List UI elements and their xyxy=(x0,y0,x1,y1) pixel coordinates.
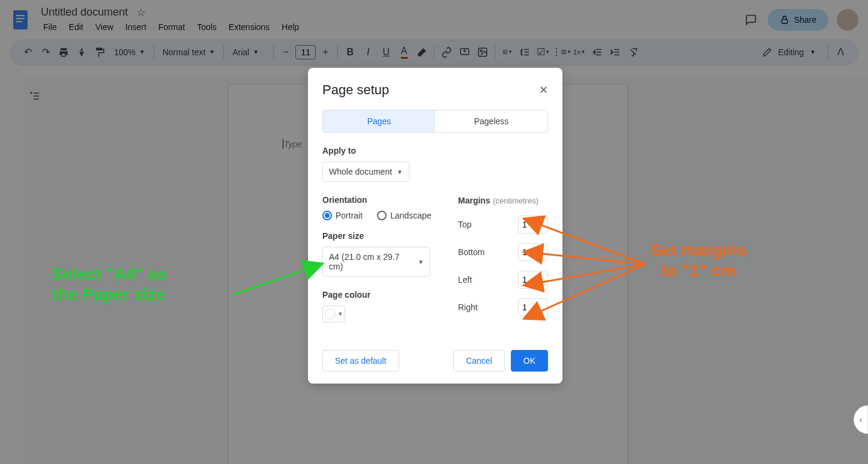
cancel-button[interactable]: Cancel xyxy=(453,350,505,372)
margin-left-label: Left xyxy=(458,275,472,285)
margin-left-input[interactable] xyxy=(518,271,548,289)
margins-label: Margins xyxy=(458,196,490,205)
page-setup-dialog: Page setup ✕ Pages Pageless Apply to Who… xyxy=(308,68,562,384)
orientation-label: Orientation xyxy=(322,195,434,205)
apply-to-select[interactable]: Whole document▼ xyxy=(322,161,409,182)
margin-top-label: Top xyxy=(458,220,472,229)
margin-bottom-label: Bottom xyxy=(458,247,484,257)
margins-unit: (centimetres) xyxy=(493,196,538,205)
tab-pageless[interactable]: Pageless xyxy=(435,110,547,132)
ok-button[interactable]: OK xyxy=(511,350,548,372)
margin-right-label: Right xyxy=(458,303,478,312)
set-default-button[interactable]: Set as default xyxy=(322,350,399,372)
annotation-margins: Set margins to "1" cm xyxy=(650,240,746,280)
page-colour-label: Page colour xyxy=(322,290,434,300)
page-colour-select[interactable]: ▼ xyxy=(322,306,345,322)
dialog-title: Page setup xyxy=(322,82,389,98)
paper-size-label: Paper size xyxy=(322,231,434,241)
close-icon[interactable]: ✕ xyxy=(539,83,548,97)
margin-right-input[interactable] xyxy=(518,298,548,316)
tab-pages[interactable]: Pages xyxy=(323,110,435,132)
margin-top-input[interactable] xyxy=(518,215,548,234)
apply-to-label: Apply to xyxy=(322,146,548,155)
paper-size-select[interactable]: A4 (21.0 cm x 29.7 cm)▼ xyxy=(322,247,430,277)
dialog-tabs: Pages Pageless xyxy=(322,110,548,133)
radio-landscape[interactable]: Landscape xyxy=(377,211,432,220)
margin-bottom-input[interactable] xyxy=(518,243,548,261)
radio-portrait[interactable]: Portrait xyxy=(322,211,363,220)
annotation-paper-size: Select "A4" as the Paper size xyxy=(52,264,167,304)
colour-swatch-icon xyxy=(325,309,336,319)
